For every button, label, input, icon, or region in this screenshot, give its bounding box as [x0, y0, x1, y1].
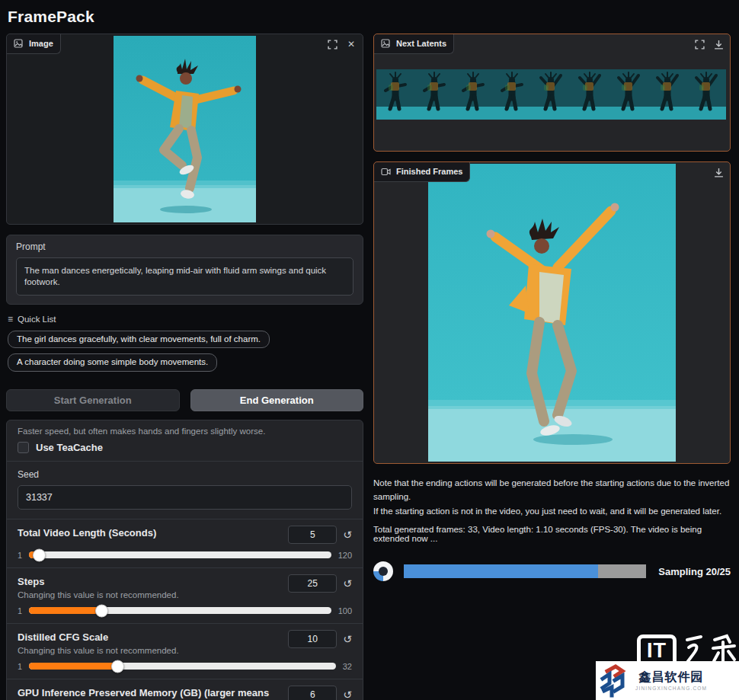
slider-max: 100: [338, 606, 352, 615]
slider-row-steps: Steps Changing this value is not recomme…: [7, 567, 363, 623]
start-generation-button[interactable]: Start Generation: [6, 389, 180, 411]
fullscreen-icon[interactable]: [326, 38, 338, 50]
progress-label: Sampling 20/25: [658, 566, 731, 577]
slider-label: Distilled CFG Scale: [18, 630, 179, 643]
finished-frame-preview: [428, 164, 676, 462]
slider-handle[interactable]: [111, 660, 124, 673]
latent-frame: [376, 69, 415, 120]
download-icon[interactable]: [712, 166, 725, 178]
latent-frame: [571, 69, 609, 120]
latent-frame: [687, 69, 726, 120]
video-icon: [379, 165, 392, 177]
quick-list-item[interactable]: A character doing some simple body movem…: [8, 353, 217, 372]
image-icon: [379, 37, 392, 50]
slider-max: 120: [338, 551, 352, 560]
page-title: FramePack: [6, 6, 733, 34]
reset-icon[interactable]: ↺: [343, 578, 352, 589]
quick-list: ≡ Quick List The girl dances gracefully,…: [6, 314, 363, 377]
image-icon: [12, 37, 24, 50]
latent-frame: [532, 69, 571, 120]
seed-label: Seed: [18, 468, 352, 480]
latent-frame: [493, 69, 532, 120]
reset-icon[interactable]: ↺: [343, 634, 352, 644]
teacache-hint: Faster speed, but often makes hands and …: [18, 427, 352, 436]
progress-row: Sampling 20/25: [373, 561, 731, 581]
slider-hint: Changing this value is not recommended.: [18, 646, 179, 655]
xinchang-logo: [600, 663, 632, 698]
settings-group: Faster speed, but often makes hands and …: [6, 420, 363, 700]
slider-handle[interactable]: [33, 548, 46, 561]
slider-hint: Changing this value is not recommended.: [18, 590, 179, 599]
slider-track[interactable]: [29, 663, 336, 670]
end-generation-button[interactable]: End Generation: [190, 389, 364, 411]
slider-row-gpu-memory: GPU Inference Preserved Memory (GB) (lar…: [7, 679, 363, 700]
prompt-input[interactable]: The man dances energetically, leaping mi…: [16, 257, 354, 296]
slider-max: 32: [343, 662, 352, 671]
slider-handle[interactable]: [95, 604, 108, 617]
image-panel-label: Image: [7, 34, 61, 54]
slider-min: 1: [18, 606, 22, 615]
finished-frames-label: Finished Frames: [374, 162, 470, 182]
slider-min: 1: [18, 662, 22, 671]
prompt-group: Prompt The man dances energetically, lea…: [6, 235, 363, 305]
seed-input[interactable]: 31337: [18, 485, 352, 510]
quick-list-label: Quick List: [18, 315, 56, 324]
slider-number-input[interactable]: 5: [288, 526, 337, 544]
fullscreen-icon[interactable]: [693, 38, 705, 50]
finished-frames-panel: Finished Frames: [373, 161, 731, 464]
next-latents-panel: Next Latents: [373, 34, 731, 152]
generation-status: Total generated frames: 33, Video length…: [373, 525, 731, 543]
loading-spinner: [373, 561, 393, 581]
progress-fill: [404, 564, 598, 578]
slider-row-video-length: Total Video Length (Seconds) 5 ↺ 1 120: [7, 519, 363, 567]
quick-list-item[interactable]: The girl dances gracefully, with clear m…: [8, 331, 270, 349]
xinchang-name: 鑫昌软件园: [639, 670, 704, 684]
latents-panel-label: Next Latents: [374, 34, 454, 54]
slider-label: Steps: [18, 574, 179, 587]
list-icon: ≡: [8, 314, 13, 324]
slider-track[interactable]: [29, 551, 331, 558]
latent-frame: [648, 69, 687, 120]
reset-icon[interactable]: ↺: [343, 689, 352, 700]
slider-min: 1: [18, 551, 22, 560]
progress-bar: [404, 564, 646, 578]
reset-icon[interactable]: ↺: [343, 529, 352, 540]
seed-row: Seed 31337: [7, 461, 363, 519]
download-icon[interactable]: [712, 38, 725, 50]
close-icon[interactable]: ✕: [345, 38, 357, 50]
xinchang-domain: JININGXINCHANG.COM: [635, 686, 707, 691]
input-image-preview[interactable]: [114, 36, 256, 222]
prompt-label: Prompt: [16, 241, 354, 252]
latent-frame: [609, 69, 648, 120]
latent-filmstrip: [376, 69, 728, 120]
sampling-note: Note that the ending actions will be gen…: [373, 476, 731, 518]
slider-track[interactable]: [29, 607, 331, 614]
teacache-label: Use TeaCache: [36, 442, 103, 453]
input-image-panel: Image ✕: [6, 34, 363, 225]
slider-number-input[interactable]: 25: [288, 574, 337, 593]
right-column: Next Latents: [373, 34, 731, 700]
teacache-row: Faster speed, but often makes hands and …: [7, 420, 363, 461]
slider-number-input[interactable]: 10: [288, 630, 337, 648]
teacache-checkbox[interactable]: [18, 442, 29, 453]
slider-label: Total Video Length (Seconds): [18, 526, 156, 539]
slider-number-input[interactable]: 6: [288, 686, 337, 700]
xinchang-watermark: 鑫昌软件园 JININGXINCHANG.COM: [596, 661, 739, 700]
framepack-app: FramePack Image: [0, 0, 739, 700]
slider-row-cfg: Distilled CFG Scale Changing this value …: [7, 623, 363, 679]
latent-frame: [415, 69, 454, 120]
slider-label: GPU Inference Preserved Memory (GB) (lar…: [18, 686, 280, 700]
left-column: Image ✕: [6, 34, 363, 700]
latent-frame: [454, 69, 493, 120]
